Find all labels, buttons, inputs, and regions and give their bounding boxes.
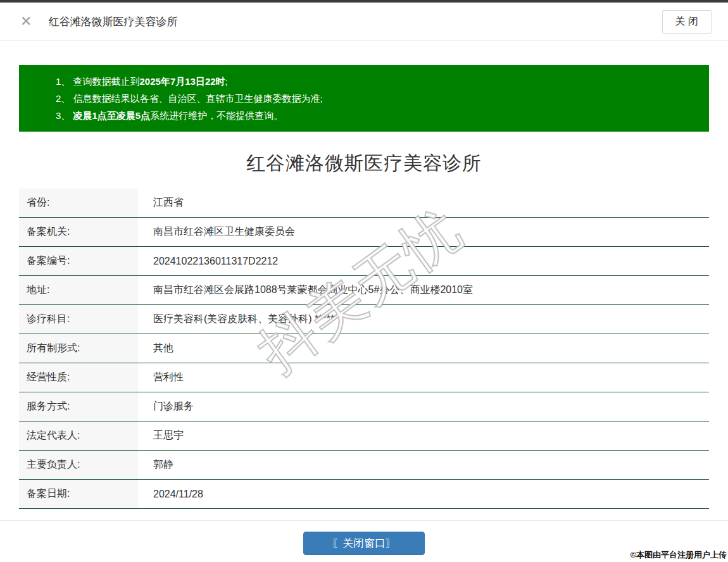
notice-line: 1、 查询数据截止到2025年7月13日22时; [56,73,696,90]
row-value: 南昌市红谷滩区卫生健康委员会 [138,218,709,246]
row-label: 法定代表人: [19,422,138,450]
table-row: 法定代表人:王思宇 [19,422,709,451]
upload-credit-text: ©本图由平台注册用户上传 [630,549,727,561]
page-title: 红谷滩洛微斯医疗美容诊所 [0,151,728,177]
info-table: 省份:江西省备案机关:南昌市红谷滩区卫生健康委员会备案编号:2024102213… [19,189,709,509]
row-label: 省份: [19,189,138,217]
row-label: 经营性质: [19,363,138,392]
table-row: 备案编号:20241022136011317D2212 [19,247,709,276]
header-title: 红谷滩洛微斯医疗美容诊所 [48,15,177,29]
table-row: 主要负责人:郭静 [19,451,709,480]
row-label: 备案日期: [19,480,138,508]
table-row: 省份:江西省 [19,189,709,218]
row-value: 医疗美容科(美容皮肤科、美容外科) ****** [138,305,709,334]
row-label: 服务方式: [19,392,138,421]
table-row: 备案机关:南昌市红谷滩区卫生健康委员会 [19,218,709,247]
row-label: 备案编号: [19,247,138,275]
table-row: 备案日期:2024/11/28 [19,480,709,509]
bottom-divider [0,520,728,521]
notice-list: 1、 查询数据截止到2025年7月13日22时;2、 信息数据结果以各省、自治区… [56,73,696,124]
close-x-icon[interactable]: ✕ [16,12,35,31]
row-label: 诊疗科目: [19,305,138,334]
notice-line: 2、 信息数据结果以各省、自治区、直辖市卫生健康委数据为准; [56,90,696,107]
close-button[interactable]: 关 闭 [662,10,712,34]
table-row: 所有制形式:其他 [19,334,709,363]
row-value: 江西省 [138,189,709,217]
table-row: 服务方式:门诊服务 [19,392,709,422]
row-value: 20241022136011317D2212 [138,247,709,275]
row-label: 备案机关: [19,218,138,246]
row-value: 其他 [138,334,709,363]
row-label: 主要负责人: [19,451,138,479]
row-label: 地址: [19,276,138,304]
notice-line: 3、 凌晨1点至凌晨5点系统进行维护，不能提供查询。 [56,107,696,124]
row-value: 2024/11/28 [138,480,709,508]
table-row: 地址:南昌市红谷滩区会展路1088号莱蒙都会商业中心5#办公、商业楼2010室 [19,276,709,305]
row-value: 南昌市红谷滩区会展路1088号莱蒙都会商业中心5#办公、商业楼2010室 [138,276,709,304]
row-value: 王思宇 [138,422,709,450]
table-row: 经营性质:营利性 [19,363,709,392]
header-bar: ✕ 红谷滩洛微斯医疗美容诊所 关 闭 [0,3,728,41]
row-value: 郭静 [138,451,709,479]
close-window-button[interactable]: 〖关闭窗口〗 [303,532,425,555]
row-value: 营利性 [138,363,709,392]
row-label: 所有制形式: [19,334,138,363]
row-value: 门诊服务 [138,392,709,421]
notice-box: 1、 查询数据截止到2025年7月13日22时;2、 信息数据结果以各省、自治区… [19,65,709,132]
table-row: 诊疗科目:医疗美容科(美容皮肤科、美容外科) ****** [19,305,709,334]
